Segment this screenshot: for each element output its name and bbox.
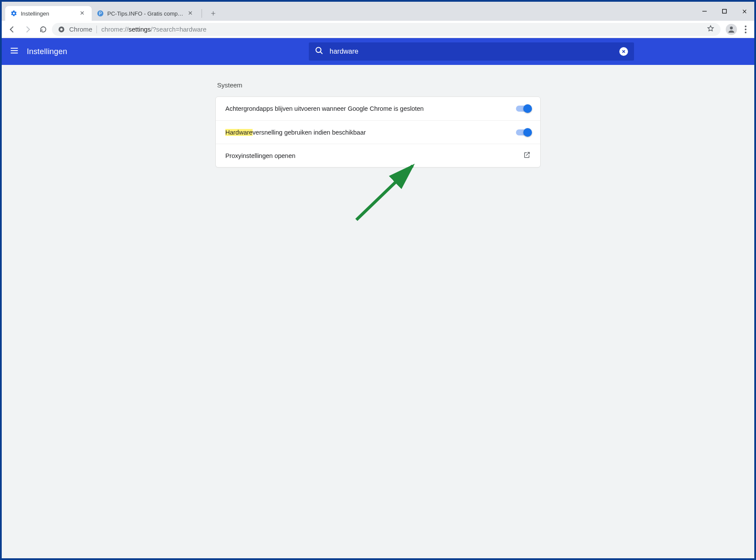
tab-title: Instellingen xyxy=(21,10,76,17)
close-icon[interactable] xyxy=(80,10,86,17)
svg-point-4 xyxy=(60,28,62,30)
setting-row-proxy[interactable]: Proxyinstellingen openen xyxy=(216,144,540,167)
toggle-background-apps[interactable] xyxy=(516,106,531,112)
svg-point-6 xyxy=(745,26,746,27)
section-title-system: Systeem xyxy=(215,78,541,97)
setting-label: Achtergrondapps blijven uitvoeren wannee… xyxy=(225,105,516,112)
setting-row-background-apps: Achtergrondapps blijven uitvoeren wannee… xyxy=(216,97,540,120)
setting-label: Proxyinstellingen openen xyxy=(225,152,523,159)
back-button[interactable] xyxy=(5,23,19,36)
svg-point-8 xyxy=(745,32,746,33)
tab-separator xyxy=(202,9,202,18)
new-tab-button[interactable] xyxy=(207,7,219,19)
minimize-button[interactable] xyxy=(695,4,714,18)
tab-pctips[interactable]: P PC-Tips.INFO - Gratis computer t xyxy=(92,6,200,21)
close-icon[interactable] xyxy=(188,10,195,17)
forward-button[interactable] xyxy=(21,23,35,36)
reload-button[interactable] xyxy=(36,23,50,36)
window-controls xyxy=(695,2,754,21)
svg-rect-2 xyxy=(723,10,727,13)
close-window-button[interactable] xyxy=(734,4,754,18)
settings-search-box[interactable] xyxy=(309,42,634,61)
tab-settings[interactable]: Instellingen xyxy=(5,6,92,21)
browser-toolbar: Chrome chrome://settings/?search=hardwar… xyxy=(2,21,754,38)
svg-line-10 xyxy=(356,166,413,220)
separator xyxy=(96,26,97,33)
setting-row-hardware-accel: Hardwareversnelling gebruiken indien bes… xyxy=(216,120,540,144)
hamburger-icon[interactable] xyxy=(10,46,19,57)
clear-search-icon[interactable] xyxy=(619,47,628,56)
search-icon xyxy=(315,46,324,57)
external-link-icon xyxy=(523,151,531,160)
omnibox-brand: Chrome xyxy=(69,26,92,33)
system-settings-card: Achtergrondapps blijven uitvoeren wannee… xyxy=(215,97,541,167)
address-bar[interactable]: Chrome chrome://settings/?search=hardwar… xyxy=(52,23,721,36)
svg-point-9 xyxy=(316,48,321,53)
settings-search-input[interactable] xyxy=(330,48,613,55)
star-icon[interactable] xyxy=(707,25,714,34)
omnibox-url: chrome://settings/?search=hardware xyxy=(101,26,206,33)
maximize-button[interactable] xyxy=(714,4,734,18)
svg-point-5 xyxy=(730,26,733,29)
chrome-icon xyxy=(58,26,65,33)
tab-title: PC-Tips.INFO - Gratis computer t xyxy=(107,10,184,17)
profile-avatar[interactable] xyxy=(726,24,737,35)
kebab-menu-icon[interactable] xyxy=(740,26,751,33)
settings-appbar: Instellingen xyxy=(2,38,754,65)
toggle-hardware-accel[interactable] xyxy=(516,129,531,135)
gear-icon xyxy=(10,10,17,17)
setting-label: Hardwareversnelling gebruiken indien bes… xyxy=(225,129,516,136)
svg-text:P: P xyxy=(99,11,102,16)
tab-strip: Instellingen P PC-Tips.INFO - Gratis com… xyxy=(2,2,754,21)
page-title: Instellingen xyxy=(27,47,67,56)
settings-content: Systeem Achtergrondapps blijven uitvoere… xyxy=(2,65,754,558)
svg-point-7 xyxy=(745,29,746,30)
site-favicon: P xyxy=(97,10,104,17)
